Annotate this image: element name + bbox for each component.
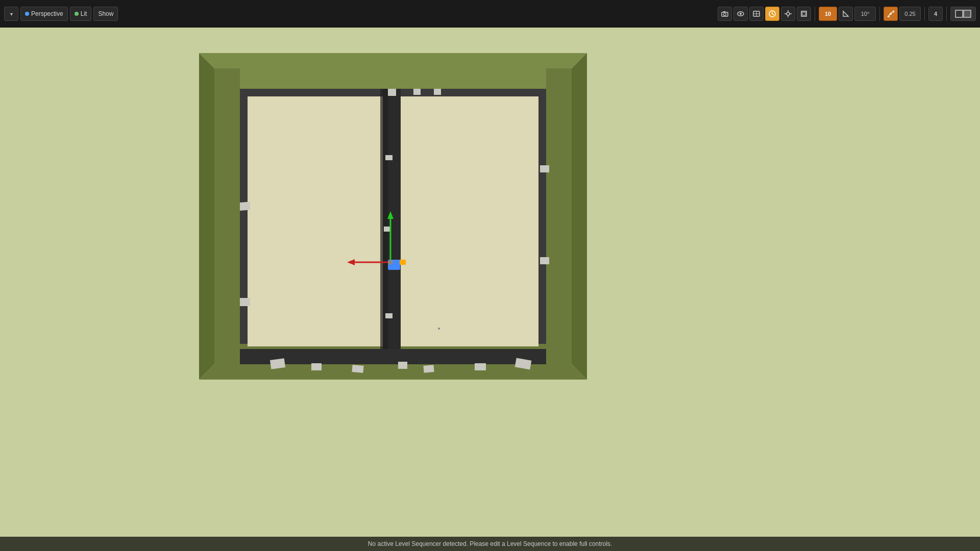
cube-floor-5 [475, 363, 486, 370]
scale-mode-button[interactable] [884, 7, 898, 21]
dropdown-arrow-icon: ▾ [10, 11, 13, 17]
grid-layout-icon [955, 10, 971, 18]
game-view-button[interactable] [749, 7, 764, 21]
border-top [199, 53, 587, 68]
left-frame [214, 68, 240, 364]
svg-rect-21 [955, 10, 963, 17]
grid-snap-button[interactable]: 10 [819, 7, 837, 21]
scale-value: 0.25 [904, 11, 915, 17]
angle-value: 10° [861, 11, 870, 17]
svg-rect-28 [400, 260, 406, 265]
lit-label: Lit [81, 10, 87, 17]
camera-icon [721, 10, 729, 18]
maximize-button[interactable] [797, 7, 811, 21]
separator-3 [924, 7, 925, 21]
cube-floor-3 [352, 365, 363, 373]
perspective-dot [25, 12, 29, 16]
maximize-icon [800, 10, 808, 18]
left-room [248, 96, 383, 346]
gameview-icon [752, 10, 761, 18]
cube-corridor-3 [385, 313, 393, 318]
show-label: Show [98, 10, 113, 17]
show-button[interactable]: Show [93, 7, 118, 21]
corridor-shadow-left [380, 89, 388, 359]
svg-point-1 [724, 13, 726, 16]
scene-dot [438, 328, 440, 330]
cube-right-1 [540, 165, 549, 172]
separator-4 [946, 7, 947, 21]
cube-left-2 [240, 298, 250, 306]
statusbar-message: No active Level Sequencer detected. Plea… [368, 540, 612, 547]
eye-icon [737, 10, 745, 18]
grid-layout-button[interactable] [950, 7, 976, 21]
border-left [199, 53, 214, 380]
num4-value: 4 [934, 11, 937, 17]
svg-point-9 [787, 12, 790, 15]
settings-icon [784, 10, 792, 18]
grid-snap-value: 10 [825, 11, 831, 17]
svg-point-20 [890, 13, 892, 15]
cube-corridor-1 [385, 155, 393, 160]
lit-dot [75, 12, 79, 16]
lit-button[interactable]: Lit [70, 7, 92, 21]
svg-text:°: ° [845, 13, 846, 16]
bottom-walkway [240, 349, 546, 364]
num4-button[interactable]: 4 [928, 7, 943, 21]
realtime-icon [768, 10, 776, 18]
right-room [401, 96, 538, 346]
cube-top-right2 [434, 89, 441, 95]
visibility-button[interactable] [733, 7, 748, 21]
cube-right-2 [540, 257, 549, 264]
scale-icon [887, 10, 895, 18]
viewport-options-button[interactable]: ▾ [4, 7, 18, 21]
svg-rect-2 [723, 11, 725, 12]
separator-2 [879, 7, 880, 21]
realtime-button[interactable] [765, 7, 779, 21]
right-toolbar: 10 ° 10° 0.25 [718, 7, 976, 21]
cube-top-right1 [413, 89, 421, 95]
right-frame [546, 68, 572, 364]
separator-1 [815, 7, 815, 21]
angle-snap-icon-btn[interactable]: ° [839, 7, 853, 21]
scene-container: + [199, 53, 587, 380]
cube-top-center [388, 89, 396, 96]
statusbar: No active Level Sequencer detected. Plea… [0, 537, 980, 551]
perspective-label: Perspective [31, 10, 63, 17]
border-right [572, 53, 587, 380]
svg-rect-22 [964, 10, 971, 17]
toolbar: ▾ Perspective Lit Show [0, 0, 980, 28]
cube-floor-center [398, 362, 407, 369]
viewport[interactable]: + [0, 28, 980, 536]
scale-value-button[interactable]: 0.25 [899, 7, 921, 21]
angle-value-button[interactable]: 10° [854, 7, 876, 21]
top-frame [214, 68, 572, 89]
settings-button[interactable] [781, 7, 795, 21]
svg-point-4 [740, 13, 742, 15]
camera-mode-button[interactable] [718, 7, 732, 21]
svg-rect-15 [802, 12, 805, 15]
cube-left-1 [240, 202, 250, 211]
scene-svg: + [199, 53, 587, 380]
svg-point-29 [388, 260, 393, 265]
angle-snap-icon: ° [842, 10, 850, 18]
cube-floor-2 [311, 363, 322, 370]
cube-floor-4 [423, 365, 434, 373]
perspective-button[interactable]: Perspective [20, 7, 68, 21]
